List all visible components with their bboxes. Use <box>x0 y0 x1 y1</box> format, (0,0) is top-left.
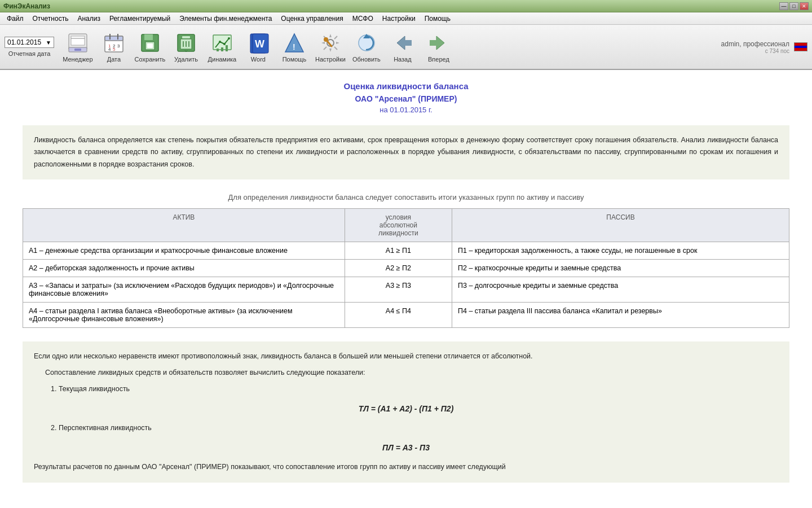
dynamic-button[interactable]: Динамика <box>205 28 239 66</box>
close-button[interactable]: ✕ <box>800 2 809 10</box>
save-label: Сохранить <box>135 56 166 63</box>
table-row: А3 – «Запасы и затраты» (за исключением … <box>23 277 789 302</box>
title-bar: ФинЭкАнализ — □ ✕ <box>0 0 812 12</box>
svg-rect-17 <box>147 43 153 48</box>
header-passiv: ПАССИВ <box>452 208 789 242</box>
menu-settings[interactable]: Настройки <box>378 14 420 24</box>
description-text: Ликвидность баланса определяется как сте… <box>34 136 778 168</box>
formula1: ТЛ = (А1 + А2) - (П1 + П2) <box>34 402 778 416</box>
svg-marker-43 <box>436 36 444 50</box>
calendar-icon: 1 2 3 4 5 <box>102 31 126 55</box>
dynamic-icon <box>210 31 234 55</box>
app-title: ФинЭкАнализ <box>3 2 50 10</box>
toolbar-right: admin, профессионал с 734 пос <box>721 40 807 54</box>
table-row: А2 – дебиторская задолженность и прочие … <box>23 259 789 277</box>
bottom-section: Если одно или несколько неравенств имеют… <box>23 341 789 483</box>
cond-a1: А1 ≥ П1 <box>345 242 452 259</box>
dynamic-label: Динамика <box>208 56 237 63</box>
settings-icon <box>319 31 342 55</box>
svg-rect-19 <box>182 36 190 38</box>
user-info-block: admin, профессионал с 734 пос <box>721 40 789 54</box>
description-box: Ликвидность баланса определяется как сте… <box>23 125 789 179</box>
flag-icon <box>794 42 807 51</box>
minimize-button[interactable]: — <box>779 2 788 10</box>
header-aktiv: АКТИВ <box>23 208 345 242</box>
formula2: ПЛ = А3 - П3 <box>34 441 778 455</box>
word-label: Word <box>251 56 266 63</box>
report-subtitle: ОАО "Арсенал" (ПРИМЕР) <box>23 94 789 103</box>
aktiv-a4: А4 – статьи раздела I актива баланса «Вн… <box>23 302 345 327</box>
svg-rect-30 <box>226 45 228 51</box>
svg-point-27 <box>228 37 230 40</box>
svg-point-26 <box>223 43 226 45</box>
svg-rect-15 <box>144 34 153 40</box>
menu-analysis[interactable]: Анализ <box>73 14 105 24</box>
table-row: А4 – статьи раздела I актива баланса «Вн… <box>23 302 789 327</box>
report-date: на 01.01.2015 г. <box>23 106 789 114</box>
back-icon <box>391 31 414 55</box>
date-input[interactable] <box>7 38 46 46</box>
date-input-wrap[interactable]: ▼ <box>5 37 54 48</box>
delete-icon <box>174 31 198 55</box>
refresh-icon <box>355 31 378 55</box>
menu-finmgmt[interactable]: Элементы фин.менеджмента <box>175 14 276 24</box>
restore-button[interactable]: □ <box>789 2 798 10</box>
forward-label: Вперед <box>428 56 449 63</box>
svg-rect-1 <box>71 36 85 45</box>
word-icon: W <box>246 31 270 55</box>
save-button[interactable]: Сохранить <box>133 28 167 66</box>
date-dropdown-icon[interactable]: ▼ <box>46 40 51 46</box>
forward-button[interactable]: Вперед <box>422 28 456 66</box>
delete-button[interactable]: Удалить <box>169 28 203 66</box>
menu-help[interactable]: Помощь <box>420 14 455 24</box>
cond-a3: А3 ≥ П3 <box>345 277 452 302</box>
refresh-label: Обновить <box>352 56 381 63</box>
passiv-p2: П2 – краткосрочные кредиты и заемные сре… <box>452 259 789 277</box>
word-button[interactable]: W Word <box>241 28 275 66</box>
forward-icon <box>427 31 451 55</box>
manager-label: Менеджер <box>63 56 92 63</box>
aktiv-a3: А3 – «Запасы и затраты» (за исключением … <box>23 277 345 302</box>
svg-point-38 <box>324 37 328 42</box>
aktiv-a2: А2 – дебиторская задолженность и прочие … <box>23 259 345 277</box>
bottom-text2: Сопоставление ликвидных средств и обязат… <box>45 367 778 379</box>
manager-button[interactable]: Менеджер <box>61 28 95 66</box>
svg-rect-29 <box>221 47 223 51</box>
report-title: Оценка ликвидности баланса <box>23 81 789 91</box>
back-label: Назад <box>394 56 412 63</box>
bottom-text3: Результаты расчетов по данным ОАО "Арсен… <box>34 461 778 473</box>
menu-ifrs[interactable]: МСФО <box>348 14 378 24</box>
svg-rect-44 <box>430 40 438 46</box>
settings-button[interactable]: Настройки <box>314 28 347 66</box>
svg-rect-28 <box>217 49 219 51</box>
date-label: Отчетная дата <box>8 50 51 57</box>
menu-reports[interactable]: Отчетность <box>28 14 73 24</box>
svg-text:4: 4 <box>108 47 111 52</box>
date-btn-label: Дата <box>107 56 121 63</box>
help-label: Помощь <box>283 56 307 63</box>
delete-label: Удалить <box>174 56 198 63</box>
menu-regulated[interactable]: Регламентируемый <box>105 14 175 24</box>
toolbar: ▼ Отчетная дата Менеджер 1 2 <box>0 25 812 70</box>
back-button[interactable]: Назад <box>386 28 420 66</box>
svg-text:5: 5 <box>113 47 116 52</box>
bottom-text1: Если одно или несколько неравенств имеют… <box>34 351 778 362</box>
section-header: Для определения ликвидности баланса след… <box>23 193 789 202</box>
cond-a4: А4 ≤ П4 <box>345 302 452 327</box>
passiv-p1: П1 – кредиторская задолженность, а также… <box>452 242 789 259</box>
window-controls: — □ ✕ <box>779 2 809 10</box>
menu-control[interactable]: Оценка управления <box>276 14 347 24</box>
refresh-button[interactable]: Обновить <box>350 28 383 66</box>
user-info: admin, профессионал <box>721 40 789 48</box>
help-button[interactable]: ! Помощь <box>277 28 311 66</box>
date-button[interactable]: 1 2 3 4 5 Дата <box>97 28 131 66</box>
svg-text:W: W <box>255 38 264 50</box>
svg-marker-41 <box>397 36 405 50</box>
manager-icon <box>66 31 90 55</box>
svg-text:!: ! <box>293 42 295 51</box>
menu-bar: Файл Отчетность Анализ Регламентируемый … <box>0 12 812 25</box>
menu-file[interactable]: Файл <box>2 14 28 24</box>
liquidity-table: АКТИВ условияабсолютнойликвидности ПАССИ… <box>23 208 789 328</box>
save-icon <box>138 31 162 55</box>
item2-label: 2. Перспективная ликвидность <box>51 422 778 434</box>
